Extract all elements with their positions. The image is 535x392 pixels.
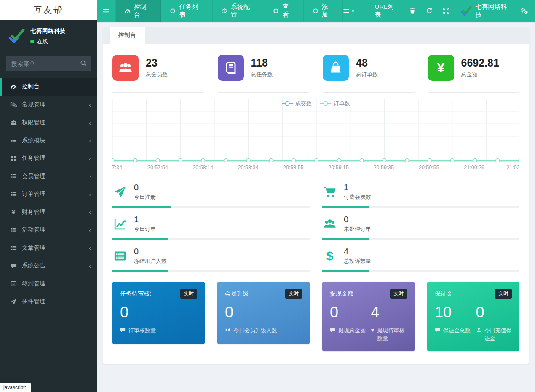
sidebar-item-会员管理[interactable]: 会员管理‹ (0, 168, 97, 186)
sidebar-item-插件管理[interactable]: 插件管理 (0, 293, 97, 311)
quick-stat-今日订单: 1今日订单 (112, 208, 310, 240)
quick-stat-value: 0 (134, 247, 167, 256)
orders-chart: 成交数订单数 7:3420:57:5420:58:1420:58:3420:58… (112, 99, 519, 173)
list-icon (9, 227, 18, 233)
book-icon (218, 55, 244, 81)
circle-icon (313, 8, 318, 14)
chevron-left-icon: ‹ (89, 208, 91, 216)
nav-item-任务列表[interactable]: 任务列表 (161, 0, 212, 22)
card-metric: 0今日会员升级人数 (225, 303, 302, 335)
calendar-icon (9, 280, 18, 287)
trash-icon (409, 8, 416, 14)
quick-stat-今日注册: 0今日注册 (112, 176, 310, 208)
quick-stats-grid: 0今日注册1付费会员数1今日订单0未处理订单0冻结用户人数$4总投诉数量 (112, 176, 519, 272)
fullscreen-button[interactable] (443, 8, 449, 14)
realtime-badge: 实时 (285, 289, 302, 299)
stat-总订单数: 48总订单数 (323, 55, 415, 93)
chevron-down-icon: ‹ (86, 175, 94, 177)
sidebar-item-label: 权限管理 (22, 119, 45, 126)
legend-item-订单数[interactable]: 订单数 (320, 100, 350, 107)
brand[interactable]: 七喜网络科技 (460, 3, 511, 19)
chevron-left-icon: ‹ (89, 119, 91, 126)
sidebar-search (6, 56, 91, 71)
sidebar-item-label: 文章管理 (22, 244, 45, 252)
nav-item-查看[interactable]: 查看 (264, 0, 303, 22)
heart-icon: ♥ (371, 327, 374, 333)
realtime-card-任务待审核: 任务待审核:实时0待审核数量 (112, 282, 205, 344)
legend-label: 成交数 (295, 100, 312, 107)
chart-x-axis-labels: 7:3420:57:5420:58:1420:58:3420:58:5520:5… (112, 165, 519, 173)
card-metric-value: 10 (435, 303, 471, 322)
chevron-left-icon: ‹ (89, 191, 91, 198)
progress-bar (322, 206, 519, 208)
search-input[interactable] (6, 56, 91, 71)
sidebar-item-常规管理[interactable]: 常规管理‹ (0, 96, 97, 114)
realtime-badge: 实时 (390, 289, 407, 299)
users-icon (112, 55, 139, 81)
nav-item-控制台[interactable]: 控制台 (116, 0, 161, 22)
quick-stat-冻结用户人数: 0冻结用户人数 (112, 240, 310, 272)
card-metric-value: 0 (225, 303, 302, 322)
sidebar-item-订单管理[interactable]: 订单管理‹ (0, 185, 97, 203)
chevron-left-icon: ‹ (89, 101, 91, 108)
clear-cache-icon (426, 8, 433, 14)
sidebar-item-财务管理[interactable]: ¥财务管理‹ (0, 203, 97, 221)
gears-icon (9, 101, 18, 108)
trash-button[interactable] (409, 8, 416, 14)
clear-cache-button[interactable] (426, 8, 433, 14)
nav-item-系统配置[interactable]: 系统配置 (213, 0, 264, 22)
main-content: 控制台 23总会员数118总任务数48总订单数¥6692.81总金额 成交数订单… (97, 22, 535, 392)
sidebar-item-label: 签到管理 (22, 280, 45, 288)
sidebar-item-签到管理[interactable]: 签到管理 (0, 275, 97, 293)
sidebar-item-文章管理[interactable]: 文章管理‹ (0, 239, 97, 257)
sidebar-item-label: 控制台 (22, 83, 40, 91)
card-metric-value: 0 (120, 303, 197, 322)
chart-legend[interactable]: 成交数订单数 (112, 100, 519, 107)
user-avatar-logo-icon (7, 27, 25, 45)
nav-item-添加[interactable]: 添加 (304, 0, 343, 22)
sidebar-item-系统公告[interactable]: 系统公告‹ (0, 257, 97, 275)
url-list-link[interactable]: URL列表 (374, 3, 399, 19)
sidebar-item-任务管理[interactable]: 任务管理‹ (0, 149, 97, 168)
quick-stat-value: 1 (134, 215, 156, 224)
users-icon (322, 218, 337, 230)
realtime-cards-row: 任务待审核:实时0待审核数量会员升级实时0今日会员升级人数提现金额实时0提现总金… (112, 282, 519, 351)
yen-icon: ¥ (428, 55, 454, 81)
card-metric: 4♥提现待审核数量 (371, 303, 407, 343)
legend-label: 订单数 (334, 100, 350, 107)
list-icon (9, 173, 18, 179)
bag-icon (323, 55, 349, 81)
search-icon[interactable] (80, 60, 87, 67)
stat-总会员数: 23总会员数 (112, 55, 204, 93)
url-list-label: URL列表 (374, 3, 399, 19)
x-tick-label: 20:58:34 (238, 165, 259, 171)
settings-button[interactable] (521, 8, 528, 14)
menu-list-button[interactable]: ▾ (343, 8, 354, 14)
tab-console[interactable]: 控制台 (110, 27, 145, 44)
sidebar-item-label: 财务管理 (22, 208, 45, 216)
sidebar-item-控制台[interactable]: 控制台 (0, 78, 97, 96)
sidebar-item-系统模块[interactable]: 系统模块‹ (0, 132, 97, 150)
sidebar-item-活动管理[interactable]: 活动管理‹ (0, 221, 97, 239)
sidebar-item-label: 任务管理 (22, 155, 45, 162)
comment-icon (330, 327, 335, 333)
quick-stat-付费会员数: 1付费会员数 (322, 176, 519, 208)
chevron-left-icon: ‹ (89, 155, 91, 162)
stat-总金额: ¥6692.81总金额 (428, 55, 520, 93)
realtime-badge: 实时 (495, 289, 512, 299)
nav-item-label: 查看 (282, 3, 294, 19)
sidebar-item-label: 系统模块 (22, 137, 45, 144)
sidebar-toggle-button[interactable] (97, 0, 116, 22)
card-metric: 10保证金总数 (435, 303, 471, 343)
shuffle-icon (225, 327, 230, 333)
x-tick-label: 20:59:55 (419, 165, 439, 171)
card-metric: 0今日充值保证金 (476, 303, 512, 343)
app-logo[interactable]: 互友帮 (0, 0, 97, 20)
legend-item-成交数[interactable]: 成交数 (282, 100, 312, 107)
chevron-left-icon: ‹ (89, 244, 91, 251)
quick-stat-未处理订单: 0未处理订单 (322, 208, 519, 240)
sidebar-item-权限管理[interactable]: 权限管理‹ (0, 114, 97, 132)
card-title: 会员升级 (225, 290, 249, 298)
caret-down-icon: ▾ (352, 8, 354, 14)
dashboard-icon (9, 84, 18, 90)
